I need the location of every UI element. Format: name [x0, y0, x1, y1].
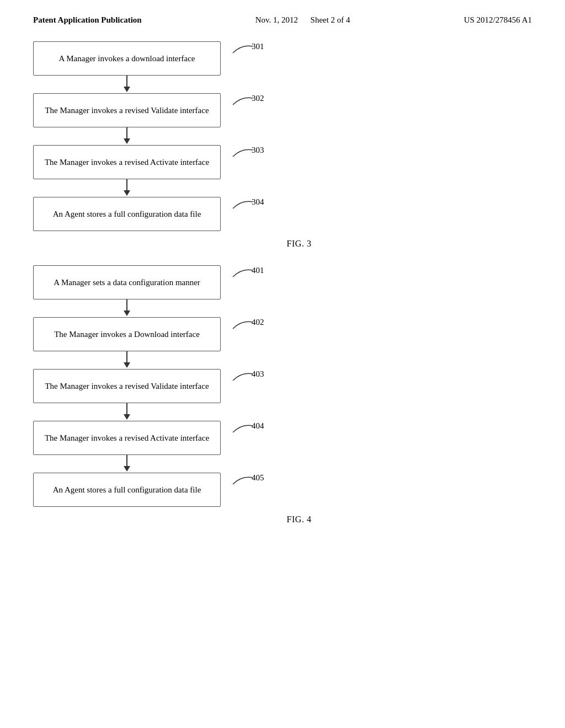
arrow-301-302 — [33, 76, 221, 93]
ref-label-304: 304 — [231, 197, 264, 215]
flow-row-301: A Manager invokes a download interface 3… — [33, 41, 565, 76]
flow-box-403: The Manager invokes a revised Validate i… — [33, 369, 221, 403]
flow-row-402: The Manager invokes a Download interface… — [33, 317, 565, 351]
header-date: Nov. 1, 2012 — [255, 15, 298, 24]
arrow-head — [124, 87, 130, 92]
arrow-402-403 — [33, 351, 221, 369]
flow-row-404: The Manager invokes a revised Activate i… — [33, 421, 565, 455]
ref-curve-404-svg: 404 — [231, 421, 264, 437]
flow-box-304: An Agent stores a full configuration dat… — [33, 197, 221, 231]
fig3-flowchart: A Manager invokes a download interface 3… — [33, 41, 565, 249]
arrow-head — [124, 138, 130, 144]
svg-text:302: 302 — [252, 94, 264, 103]
ref-label-404: 404 — [231, 421, 264, 439]
fig3-label: FIG. 3 — [33, 239, 565, 249]
fig4-label: FIG. 4 — [33, 515, 565, 524]
ref-label-303: 303 — [231, 146, 264, 163]
ref-label-402: 402 — [231, 318, 264, 335]
arrow-303-304 — [33, 179, 221, 197]
ref-label-302: 302 — [231, 94, 264, 111]
ref-label-301: 301 — [231, 42, 264, 60]
ref-label-405: 405 — [231, 473, 264, 491]
arrow-302-303 — [33, 127, 221, 145]
flow-row-304: An Agent stores a full configuration dat… — [33, 197, 565, 231]
flow-box-302: The Manager invokes a revised Validate i… — [33, 93, 221, 127]
flow-row-401: A Manager sets a data configuration mann… — [33, 265, 565, 299]
header-patent-number: US 2012/278456 A1 — [464, 15, 532, 25]
ref-label-401: 401 — [231, 266, 264, 283]
arrow-403-404 — [33, 403, 221, 421]
svg-text:304: 304 — [252, 197, 264, 206]
arrow-head — [124, 414, 130, 420]
arrow-head — [124, 311, 130, 316]
flow-box-404: The Manager invokes a revised Activate i… — [33, 421, 221, 455]
flow-box-301: A Manager invokes a download interface — [33, 41, 221, 76]
svg-text:405: 405 — [252, 473, 264, 482]
flow-box-303: The Manager invokes a revised Activate i… — [33, 145, 221, 179]
svg-text:402: 402 — [252, 318, 264, 326]
ref-curve-303-svg: 303 — [231, 146, 264, 161]
header-publication-label: Patent Application Publication — [33, 15, 142, 25]
flow-row-303: The Manager invokes a revised Activate i… — [33, 145, 565, 179]
flow-row-403: The Manager invokes a revised Validate i… — [33, 369, 565, 403]
svg-text:303: 303 — [252, 146, 264, 154]
arrow-head — [124, 466, 130, 472]
fig4-flowchart: A Manager sets a data configuration mann… — [33, 265, 565, 524]
svg-text:301: 301 — [252, 42, 264, 51]
flow-row-302: The Manager invokes a revised Validate i… — [33, 93, 565, 127]
svg-text:401: 401 — [252, 266, 264, 275]
flow-box-401: A Manager sets a data configuration mann… — [33, 265, 221, 299]
arrow-head — [124, 190, 130, 196]
svg-text:404: 404 — [252, 421, 264, 430]
header-date-sheet: Nov. 1, 2012 Sheet 2 of 4 — [255, 15, 350, 25]
ref-curve-301-svg: 301 — [231, 42, 264, 57]
arrow-401-402 — [33, 299, 221, 317]
ref-curve-302-svg: 302 — [231, 94, 264, 109]
header-sheet: Sheet 2 of 4 — [311, 15, 350, 24]
flow-box-402: The Manager invokes a Download interface — [33, 317, 221, 351]
ref-curve-405-svg: 405 — [231, 473, 264, 489]
page-header: Patent Application Publication Nov. 1, 2… — [0, 0, 565, 25]
flow-box-405: An Agent stores a full configuration dat… — [33, 473, 221, 507]
ref-curve-402-svg: 402 — [231, 318, 264, 333]
arrow-head — [124, 362, 130, 368]
svg-text:403: 403 — [252, 370, 264, 378]
flow-row-405: An Agent stores a full configuration dat… — [33, 473, 565, 507]
ref-curve-304-svg: 304 — [231, 197, 264, 213]
ref-curve-401-svg: 401 — [231, 266, 264, 281]
ref-label-403: 403 — [231, 370, 264, 387]
ref-curve-403-svg: 403 — [231, 370, 264, 385]
arrow-404-405 — [33, 455, 221, 473]
